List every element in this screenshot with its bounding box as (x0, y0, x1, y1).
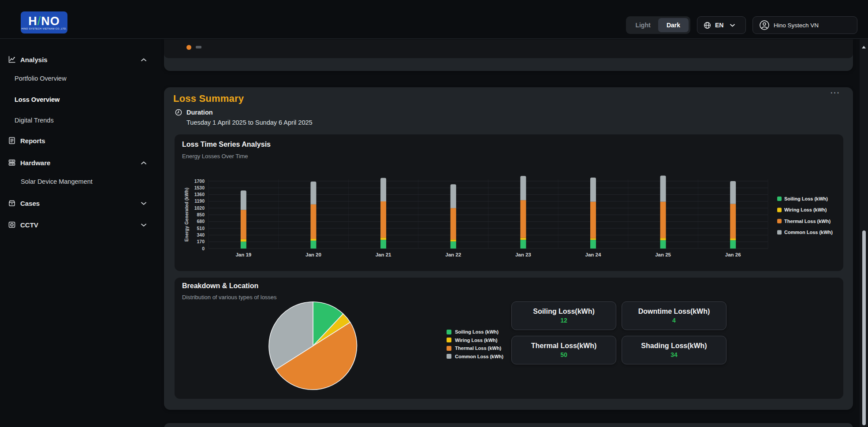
partial-card-below (164, 423, 853, 427)
bar-segment (310, 239, 316, 241)
y-tick-label: 0 (202, 246, 205, 251)
x-tick-label: Jan 26 (725, 252, 741, 257)
x-tick-label: Jan 24 (585, 252, 601, 257)
loss-summary-card: Loss Summary ··· Duration Tuesday 1 Apri… (164, 87, 853, 410)
legend-swatch (777, 208, 782, 212)
y-tick-label: 1020 (194, 205, 205, 211)
sidebar-item-label: Cases (20, 200, 40, 207)
top-bar: H/NO HINO SYSTECH VIETNAM CO.,LTD. Light… (0, 0, 868, 39)
cases-icon (7, 199, 16, 208)
bar-segment (241, 239, 246, 241)
chevron-up-icon (141, 58, 146, 61)
duration-row: Duration (175, 109, 213, 116)
y-tick-label: 510 (197, 226, 205, 231)
partial-card-above (164, 39, 853, 71)
analysis-icon (7, 55, 16, 64)
stat-card-label: Shading Loss(kWh) (641, 342, 707, 350)
sidebar-subitem-label: Solar Device Mangement (21, 178, 93, 185)
card-more-menu-button[interactable]: ··· (829, 87, 842, 100)
sidebar-item-label: CCTV (20, 221, 38, 229)
bar-segment (241, 210, 246, 239)
clock-icon (175, 109, 182, 116)
sidebar-item-label: Reports (20, 137, 45, 145)
reports-icon (7, 136, 16, 145)
bar-segment (310, 241, 316, 249)
bar-segment (730, 240, 736, 249)
sidebar-item-reports[interactable]: Reports (0, 133, 156, 148)
bar-segment (451, 239, 456, 241)
stat-card-label: Downtime Loss(kWh) (638, 308, 710, 316)
bar-segment (520, 238, 526, 240)
bar-segment (451, 208, 456, 239)
stat-card-label: Thermal Loss(kWh) (531, 342, 596, 350)
stat-card-downtime-loss-kwh-: Downtime Loss(kWh)4 (622, 301, 726, 330)
bar-segment (310, 182, 316, 204)
theme-light-button[interactable]: Light (628, 18, 658, 32)
x-tick-label: Jan 20 (305, 252, 321, 257)
sidebar-item-hardware[interactable]: Hardware (0, 155, 156, 170)
y-tick-label: 850 (197, 212, 205, 217)
loss-time-series-chart[interactable]: 017034051068085010201190136015301700Ener… (175, 134, 843, 271)
app-root: H/NO HINO SYSTECH VIETNAM CO.,LTD. Light… (0, 0, 868, 427)
sidebar-item-label: Analysis (20, 56, 48, 63)
bar-segment (310, 204, 316, 239)
bar-segment (730, 181, 736, 204)
bar-segment (520, 176, 526, 200)
bar-segment (590, 178, 596, 202)
y-tick-label: 170 (197, 239, 205, 244)
y-tick-label: 1190 (194, 198, 205, 204)
stat-card-value: 4 (672, 317, 676, 324)
user-name: Hino Systech VN (774, 22, 819, 29)
legend-swatch (447, 346, 451, 351)
bar-segment (520, 240, 526, 249)
legend-label: Soiling Loss (kWh) (784, 196, 828, 201)
y-axis-title: Energy Generated (kWh) (184, 188, 189, 242)
sidebar-subitem-portfolio-overview[interactable]: Portfolio Overview (0, 71, 156, 86)
loss-summary-title: Loss Summary (173, 93, 244, 104)
bar-segment (730, 204, 736, 238)
sidebar-item-analysis[interactable]: Analysis (0, 52, 156, 67)
time-series-panel: Loss Time Series Analysis Energy Losses … (175, 134, 843, 271)
sidebar-subitem-solar-device-mangement[interactable]: Solar Device Mangement (0, 174, 156, 189)
legend-swatch (447, 354, 451, 359)
cctv-icon (7, 220, 16, 229)
sidebar-item-cctv[interactable]: CCTV (0, 217, 156, 232)
sidebar-subitem-digital-trends[interactable]: Digital Trends (0, 113, 156, 128)
bar-segment (590, 240, 596, 249)
legend-text-fragment (196, 46, 201, 48)
legend-swatch (777, 197, 782, 201)
x-tick-label: Jan 19 (235, 252, 251, 257)
chevron-down-icon (141, 202, 146, 205)
loss-stats-grid: Soiling Loss(kWh)12Downtime Loss(kWh)4Th… (511, 301, 868, 364)
bar-segment (380, 240, 386, 249)
legend-label: Soiling Loss (kWh) (455, 329, 499, 334)
brand-wordmark: H/NO (28, 15, 60, 27)
sidebar-item-cases[interactable]: Cases (0, 196, 156, 211)
sidebar: AnalysisPortfolio OverviewLoss OverviewD… (0, 39, 156, 427)
bar-segment (660, 175, 666, 201)
brand-logo[interactable]: H/NO HINO SYSTECH VIETNAM CO.,LTD. (21, 11, 67, 33)
language-selector[interactable]: EN (697, 16, 746, 34)
x-tick-label: Jan 23 (515, 252, 531, 257)
hardware-icon (7, 158, 16, 167)
scrollbar-thumb[interactable] (862, 230, 866, 425)
bar-segment (590, 202, 596, 238)
legend-label: Wiring Loss (kWh) (784, 207, 827, 212)
bar-segment (380, 178, 386, 201)
scrollbar-up-arrow[interactable] (860, 45, 868, 50)
y-tick-label: 1530 (194, 185, 205, 190)
pie-legend-item: Soiling Loss (kWh) (447, 329, 503, 334)
bar-segment (380, 238, 386, 240)
bar-segment (590, 238, 596, 240)
stat-card-thermal-loss-kwh-: Thermal Loss(kWh)50 (511, 336, 616, 364)
legend-label: Common Loss (kWh) (784, 230, 833, 235)
header-controls: Light Dark EN (626, 16, 857, 34)
theme-dark-button[interactable]: Dark (658, 18, 689, 32)
bar-segment (380, 201, 386, 238)
chevron-down-icon (730, 24, 735, 27)
user-profile-button[interactable]: Hino Systech VN (753, 16, 857, 34)
sidebar-subitem-loss-overview[interactable]: Loss Overview (0, 92, 156, 107)
legend-dot-icon (186, 45, 191, 50)
pie-legend-item: Common Loss (kWh) (447, 354, 503, 359)
page-scrollbar[interactable] (860, 39, 868, 427)
